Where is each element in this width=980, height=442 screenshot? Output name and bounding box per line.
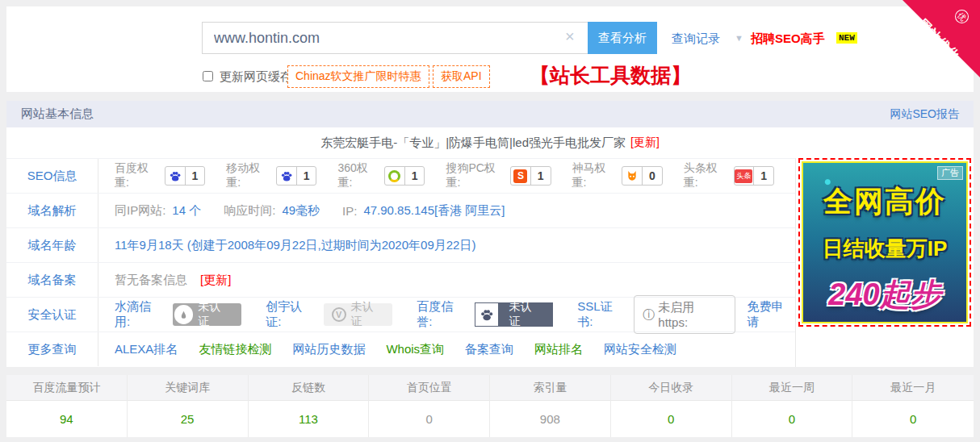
row-more-queries: 更多查询 ALEXA排名 友情链接检测 网站历史数据 Whois查询 备案查询 … [6, 332, 795, 366]
droplet-icon [174, 305, 194, 324]
stats-table: 百度流量预计 94 关键词库 25 反链数 113 首页位置 0 索引量 908… [6, 375, 974, 437]
site-rank-link[interactable]: 网站排名 [534, 342, 583, 357]
stat-value[interactable]: 25 [128, 401, 248, 437]
chuangyu-status: 未认证 [351, 300, 385, 329]
360-weight[interactable]: 360权重: 1 [337, 161, 425, 190]
stat-index-count: 索引量 908 [490, 375, 611, 437]
stat-header: 关键词库 [128, 375, 248, 401]
stat-baidu-traffic: 百度流量预计 94 [6, 375, 128, 437]
row-security-cert: 安全认证 水滴信用: 未认证 创宇认证: V 未认证 百度信誉: [6, 297, 795, 332]
shuidi-credit-badge[interactable]: 未认证 [173, 303, 241, 326]
stat-backlinks: 反链数 113 [249, 375, 370, 437]
baidu-paw-icon [165, 167, 186, 185]
weight-value: 1 [405, 167, 425, 185]
stat-value[interactable]: 0 [611, 401, 731, 437]
weight-badge: 1 [276, 166, 316, 186]
baidu-paw-icon [277, 167, 297, 185]
analyze-button[interactable]: 查看分析 [588, 22, 657, 54]
weight-value: 0 [643, 167, 662, 185]
weight-badge: 1 [165, 166, 205, 186]
chinaz-promo-link[interactable]: Chinaz软文推广限时特惠 [287, 65, 429, 88]
whois-query-link[interactable]: Whois查询 [386, 342, 444, 357]
chuangyu-cert-badge[interactable]: V 未认证 [324, 303, 393, 326]
shenma-icon [622, 167, 643, 185]
weight-label: 移动权重: [226, 161, 270, 190]
friend-links-check-link[interactable]: 友情链接检测 [199, 342, 271, 357]
v-shield-icon: V [332, 307, 346, 322]
stat-header: 今日收录 [611, 375, 731, 401]
row-content: 百度权重: 1 移动权重: 1 [98, 159, 795, 193]
alexa-rank-link[interactable]: ALEXA排名 [115, 342, 178, 357]
row-label: 域名年龄 [6, 228, 98, 262]
weight-badge: 1 [384, 166, 425, 186]
update-cache-checkbox[interactable] [203, 71, 213, 81]
site-optimize-ribbon[interactable]: 优 网站优化 [903, 0, 980, 77]
shuidi-status: 未认证 [198, 300, 232, 329]
stat-header: 索引量 [490, 375, 610, 401]
baidu-trust-badge[interactable]: 未认证 [475, 302, 553, 327]
ad-line-2: 日结收量万IP [803, 235, 966, 263]
sogou-s-icon: S [511, 167, 531, 185]
site-history-link[interactable]: 网站历史数据 [292, 342, 365, 357]
weight-badge: 0 [622, 166, 662, 186]
clear-input-icon[interactable]: × [565, 27, 575, 46]
info-rows: SEO信息 百度权重: 1 移动权重: [6, 158, 795, 367]
ip-sites-label: 同IP网站: [115, 203, 165, 219]
row-content: 11年9月18天 (创建于2008年09月22日,过期时间为2020年09月22… [98, 228, 795, 262]
weight-label: 搜狗PC权重: [446, 161, 505, 190]
weight-label: 百度权重: [115, 161, 159, 190]
site-title: 东莞宏艇手电-「专业」|防爆手电筒|led强光手电批发厂家 [320, 136, 626, 151]
stat-value[interactable]: 113 [249, 401, 369, 437]
stat-header: 最近一月 [852, 375, 974, 401]
stat-value[interactable]: 94 [6, 401, 127, 437]
hire-seo-link[interactable]: 招聘SEO高手 [751, 31, 825, 47]
ssl-status-box: ⓘ 未启用 https: [634, 295, 735, 334]
mobile-weight[interactable]: 移动权重: 1 [226, 161, 316, 190]
top-search-section: × 查看分析 查询记录 ▼ 招聘SEO高手 NEW 更新网页缓存 Chinaz软… [6, 6, 974, 92]
sogou-weight[interactable]: 搜狗PC权重: S 1 [446, 161, 551, 190]
icp-status: 暂无备案信息 [115, 273, 187, 288]
response-time-value: 49毫秒 [282, 203, 320, 219]
page-title: 【站长工具数据】 [530, 62, 691, 89]
stat-header: 百度流量预计 [6, 375, 127, 401]
get-api-link[interactable]: 获取API [433, 65, 490, 88]
icp-update-link[interactable]: [更新] [200, 273, 231, 288]
ip-value[interactable]: 47.90.85.145[香港 阿里云] [363, 203, 505, 219]
query-history-link[interactable]: 查询记录 [672, 31, 720, 47]
stat-value[interactable]: 0 [732, 401, 852, 437]
weight-value: 1 [297, 167, 316, 185]
ad-banner[interactable]: 广告 全网高价 日结收量万IP 240起步 [798, 158, 971, 327]
row-content: 同IP网站: 14 个 响应时间: 49毫秒 IP: 47.90.85.145[… [98, 194, 795, 227]
site-security-check-link[interactable]: 网站安全检测 [604, 342, 676, 357]
ip-sites-value[interactable]: 14 个 [172, 203, 201, 219]
ad-label-badge: 广告 [937, 166, 963, 180]
row-label: 域名解析 [6, 194, 98, 227]
stat-keyword-lib: 关键词库 25 [128, 375, 249, 437]
row-icp-record: 域名备案 暂无备案信息 [更新] [6, 262, 795, 297]
row-content: 暂无备案信息 [更新] [98, 263, 795, 297]
stat-home-position: 首页位置 0 [369, 375, 490, 437]
weight-badge: 头条 1 [734, 166, 774, 186]
weight-label: 360权重: [337, 161, 379, 190]
row-label: 安全认证 [6, 298, 98, 332]
stat-value[interactable]: 0 [852, 401, 974, 437]
ssl-apply-link[interactable]: 免费申请 [747, 299, 795, 330]
toutiao-weight[interactable]: 头条权重: 头条 1 [684, 161, 774, 190]
update-cache-label: 更新网页缓存 [220, 69, 292, 85]
search-input[interactable] [202, 22, 588, 54]
title-update-link[interactable]: [更新] [630, 136, 660, 150]
stat-header: 首页位置 [369, 375, 489, 401]
icp-query-link[interactable]: 备案查询 [465, 342, 513, 357]
ad-line-1: 全网高价 [803, 182, 966, 222]
row-seo-info: SEO信息 百度权重: 1 移动权重: [6, 158, 795, 193]
row-content: ALEXA排名 友情链接检测 网站历史数据 Whois查询 备案查询 网站排名 … [98, 332, 795, 366]
shenma-weight[interactable]: 神马权重: 0 [572, 161, 663, 190]
baidu-trust-status: 未认证 [499, 302, 554, 327]
row-label: 更多查询 [6, 332, 98, 366]
seo-report-link[interactable]: 网站SEO报告 [890, 107, 959, 122]
chevron-down-icon[interactable]: ▼ [735, 33, 743, 43]
stat-today-included: 今日收录 0 [611, 375, 732, 437]
stat-last-month: 最近一月 0 [852, 375, 974, 437]
row-domain-age: 域名年龄 11年9月18天 (创建于2008年09月22日,过期时间为2020年… [6, 227, 795, 262]
baidu-weight[interactable]: 百度权重: 1 [115, 161, 205, 190]
